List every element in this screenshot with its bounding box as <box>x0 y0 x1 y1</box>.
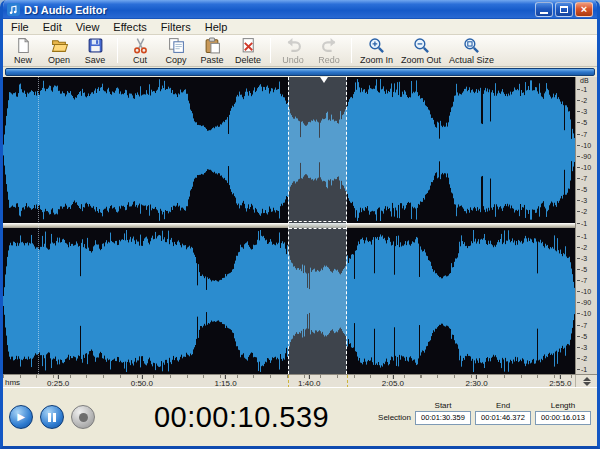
minimize-icon <box>540 12 548 14</box>
record-button <box>71 405 95 429</box>
db-tick-label: -10 <box>577 164 597 171</box>
actual-size-button[interactable]: Actual Size <box>445 36 498 66</box>
db-tick-label: -2 <box>577 97 597 104</box>
redo-button: Redo <box>311 36 347 66</box>
db-tick-label: -90 <box>577 299 597 306</box>
db-tick-label: -7 <box>577 175 597 182</box>
menu-help[interactable]: Help <box>198 20 235 34</box>
db-tick-label: -5 <box>577 266 597 273</box>
play-button[interactable]: ▶ <box>9 405 33 429</box>
record-icon <box>79 413 88 422</box>
selection-field-value[interactable]: 00:01:46.372 <box>475 411 531 425</box>
selection-middle-handle[interactable] <box>289 221 346 229</box>
db-tick-label: -7 <box>577 131 597 138</box>
toolbar-button-label: Redo <box>318 55 340 65</box>
paste-button[interactable]: Paste <box>194 36 230 66</box>
maximize-icon <box>560 6 568 13</box>
copy-button[interactable]: Copy <box>158 36 194 66</box>
toolbar-button-label: Copy <box>165 55 186 65</box>
scissors-button[interactable]: Cut <box>122 36 158 66</box>
selection-field-value[interactable]: 00:01:30.359 <box>415 411 471 425</box>
scissors-icon <box>132 37 149 54</box>
db-tick-label: -10 <box>577 142 597 149</box>
delete-button[interactable]: Delete <box>230 36 266 66</box>
selection-panel: Selection Start00:01:30.359End00:01:46.3… <box>378 401 591 434</box>
menu-file[interactable]: File <box>4 20 36 34</box>
db-tick-label: -1 <box>577 366 597 373</box>
zoom-in-button[interactable]: Zoom In <box>356 36 397 66</box>
menu-effects[interactable]: Effects <box>106 20 153 34</box>
selection-field-label: Length <box>551 401 575 410</box>
toolbar-button-label: Zoom Out <box>401 55 441 65</box>
toolbar-separator <box>117 38 118 63</box>
db-tick-label: -1 <box>577 220 597 227</box>
undo-button: Undo <box>275 36 311 66</box>
db-tick-label: -3 <box>577 108 597 115</box>
new-document-button[interactable]: New <box>5 36 41 66</box>
db-scale-channel-2: -1-2-3-5-7-10-90-10-7-5-3-2-1 <box>576 233 597 375</box>
toolbar-button-label: New <box>14 55 32 65</box>
db-tick-label: -5 <box>577 333 597 340</box>
timeline-tick: 2:30.0 <box>465 375 487 387</box>
db-unit-label: dB <box>576 77 597 86</box>
selection-field-value[interactable]: 00:00:16.013 <box>535 411 591 425</box>
menu-edit[interactable]: Edit <box>36 20 69 34</box>
menu-view[interactable]: View <box>69 20 107 34</box>
app-icon <box>7 3 20 16</box>
pause-icon <box>48 413 56 422</box>
toolbar-button-label: Paste <box>200 55 223 65</box>
toolbar-button-label: Open <box>48 55 70 65</box>
horizontal-scrollbar[interactable] <box>5 68 595 76</box>
selection-field-label: End <box>496 401 510 410</box>
close-button[interactable]: × <box>575 2 593 17</box>
waveform-selection[interactable] <box>288 77 347 374</box>
time-display: 00:00:10.539 <box>111 401 372 434</box>
db-tick-label: -3 <box>577 344 597 351</box>
selection-field-label: Start <box>435 401 452 410</box>
selection-label: Selection <box>378 413 411 422</box>
db-tick-label: -3 <box>577 255 597 262</box>
minimize-button[interactable] <box>535 2 553 17</box>
toolbar-button-label: Delete <box>235 55 261 65</box>
play-icon: ▶ <box>17 412 25 422</box>
toolbar-separator <box>351 38 352 63</box>
toolbar-button-label: Save <box>85 55 106 65</box>
spinner-down-icon[interactable] <box>583 382 591 386</box>
waveform-view <box>3 77 575 374</box>
timeline-unit-label: hms <box>5 378 20 387</box>
selection-boundary-marker <box>347 375 348 387</box>
toolbar-button-label: Cut <box>133 55 147 65</box>
maximize-button[interactable] <box>555 2 573 17</box>
copy-icon <box>168 37 185 54</box>
actual-size-icon <box>463 37 480 54</box>
db-tick-label: -90 <box>577 153 597 160</box>
selection-start-field: Start00:01:30.359 <box>415 401 471 425</box>
timeline-ruler[interactable]: hms 0:25.00:50.01:15.01:40.02:05.02:30.0… <box>3 375 575 387</box>
selection-end-field: End00:01:46.372 <box>475 401 531 425</box>
timeline: hms 0:25.00:50.01:15.01:40.02:05.02:30.0… <box>3 374 597 387</box>
db-tick-label: -7 <box>577 277 597 284</box>
playhead-marker <box>38 77 39 374</box>
menu-bar: FileEditViewEffectsFiltersHelp <box>3 19 597 35</box>
open-folder-button[interactable]: Open <box>41 36 77 66</box>
zoom-out-icon <box>413 37 430 54</box>
db-tick-label: -5 <box>577 186 597 193</box>
pause-button[interactable] <box>40 405 64 429</box>
timeline-tick: 2:55.0 <box>549 375 571 387</box>
timeline-tick: 1:40.0 <box>298 375 320 387</box>
db-tick-label: -2 <box>577 355 597 362</box>
bottom-panel: ▶ 00:00:10.539 Selection Start00:01:30.3… <box>3 387 597 446</box>
app-window: DJ Audio Editor × FileEditViewEffectsFil… <box>0 0 600 449</box>
zoom-out-button[interactable]: Zoom Out <box>397 36 445 66</box>
save-button[interactable]: Save <box>77 36 113 66</box>
db-tick-label: -10 <box>577 310 597 317</box>
db-tick-label: -7 <box>577 322 597 329</box>
timeline-tick: 1:15.0 <box>214 375 236 387</box>
titlebar: DJ Audio Editor × <box>3 0 597 19</box>
timeline-spinner <box>575 375 597 387</box>
timeline-tick: 2:05.0 <box>382 375 404 387</box>
db-tick-label: -1 <box>577 233 597 240</box>
db-scale-channel-1: -1-2-3-5-7-10-90-10-7-5-3-2-1 <box>576 86 597 228</box>
menu-filters[interactable]: Filters <box>154 20 198 34</box>
spinner-up-icon[interactable] <box>583 377 591 381</box>
